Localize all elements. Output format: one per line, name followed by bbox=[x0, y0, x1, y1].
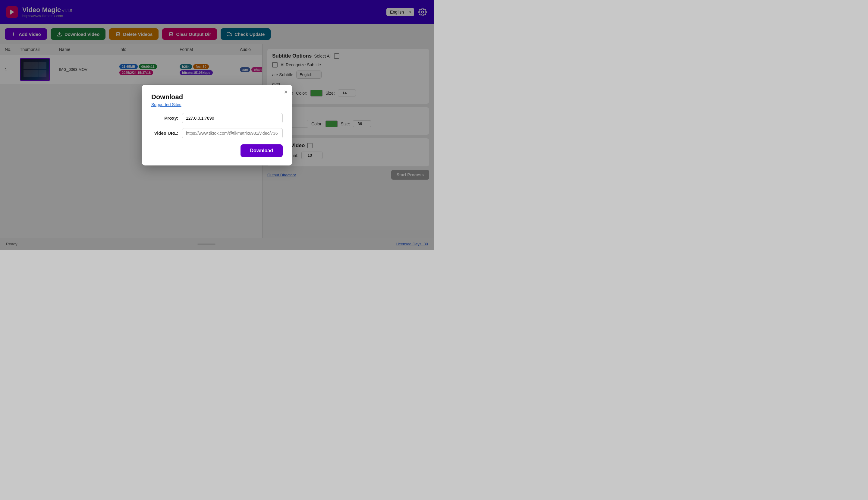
supported-sites-link[interactable]: Supported Sites bbox=[151, 102, 283, 107]
video-url-input[interactable] bbox=[182, 128, 283, 138]
modal-close-button[interactable]: × bbox=[284, 89, 287, 95]
modal-actions: Download bbox=[151, 144, 283, 157]
modal-overlay[interactable]: × Download Supported Sites Proxy: Video … bbox=[0, 0, 434, 250]
proxy-label: Proxy: bbox=[151, 115, 179, 121]
modal-download-button[interactable]: Download bbox=[240, 144, 283, 157]
video-url-label: Video URL: bbox=[151, 130, 179, 136]
proxy-field: Proxy: bbox=[151, 113, 283, 123]
download-modal: × Download Supported Sites Proxy: Video … bbox=[142, 85, 292, 166]
modal-title: Download bbox=[151, 93, 283, 101]
video-url-field: Video URL: bbox=[151, 128, 283, 138]
proxy-input[interactable] bbox=[182, 113, 283, 123]
